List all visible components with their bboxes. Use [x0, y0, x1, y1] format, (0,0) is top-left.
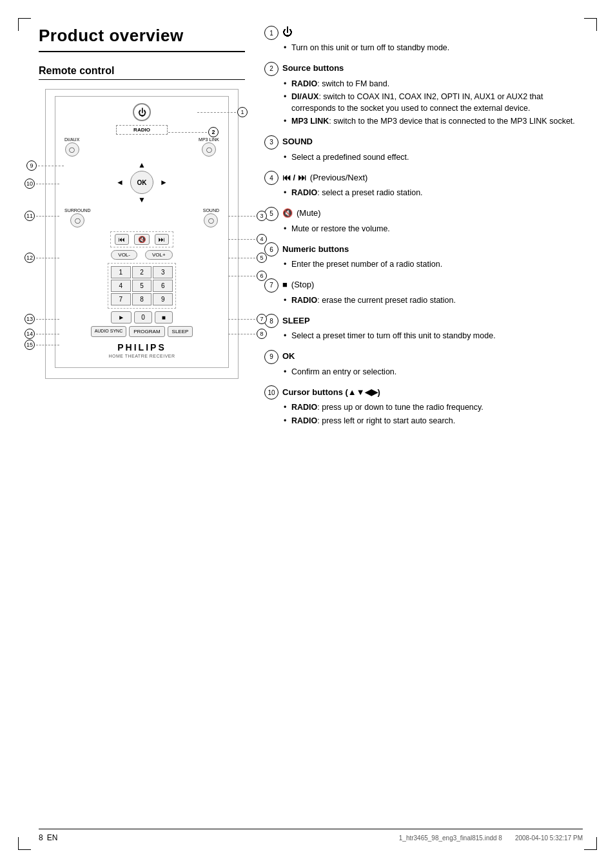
- callout-11-line: [36, 216, 59, 217]
- remote-inner-box: ⏻ 1 RADIO: [55, 96, 229, 368]
- diaux-label: DI/AUX: [64, 137, 79, 142]
- sound-button[interactable]: ◯: [204, 213, 218, 227]
- callout-5-line: [228, 258, 255, 258]
- callout-1-line: [197, 112, 236, 113]
- item-3-title: SOUND: [282, 137, 313, 146]
- nav-up-arrow[interactable]: ▲: [138, 160, 146, 169]
- power-row: ⏻ 1: [62, 103, 222, 121]
- mute-button[interactable]: 🔇: [134, 234, 150, 245]
- footer-page-num: 8: [39, 833, 43, 842]
- description-item-10: 10 Cursor buttons (▲▼◀▶) RADIO: press up…: [264, 385, 583, 427]
- radio-button-box: RADIO 2: [116, 125, 168, 135]
- callout-5-circle: 5: [257, 253, 267, 263]
- radio-label[interactable]: RADIO: [133, 127, 150, 133]
- vol-minus-button[interactable]: VOL-: [111, 250, 137, 260]
- left-column: Product overview Remote control ⏻: [39, 26, 258, 434]
- mp3link-button[interactable]: ◯: [202, 142, 216, 157]
- diaux-button-group: DI/AUX ◯: [64, 137, 79, 157]
- item-9-title: OK: [282, 351, 295, 361]
- item-10-bullets: RADIO: press up or down to tune the radi…: [264, 402, 583, 427]
- callout-11: 11: [24, 211, 59, 221]
- play-button[interactable]: ►: [111, 311, 132, 323]
- description-item-6: 6 Numeric buttons Enter the preset numbe…: [264, 242, 583, 271]
- num-3[interactable]: 3: [153, 266, 173, 278]
- item-5-title: (Mute): [297, 208, 321, 218]
- callout-4-line: [228, 239, 255, 240]
- callout-10-line: [36, 184, 59, 184]
- item-10-bullet-1: RADIO: press up or down to tune the radi…: [284, 402, 583, 414]
- item-3-num: 3: [264, 135, 278, 149]
- item-10-title: Cursor buttons (▲▼◀▶): [282, 387, 380, 397]
- item-4-num: 4: [264, 171, 278, 185]
- num-4[interactable]: 4: [111, 280, 131, 292]
- item-2-bullet-3: MP3 LINK: switch to the MP3 device that …: [284, 116, 583, 128]
- item-7-header: 7 ■ (Stop): [264, 278, 583, 293]
- num-2[interactable]: 2: [132, 266, 152, 278]
- callout-13-line: [36, 319, 59, 320]
- item-8-title: SLEEP: [282, 316, 310, 325]
- power-button[interactable]: ⏻: [133, 103, 151, 121]
- item-9-num: 9: [264, 350, 278, 364]
- callout-8-line: [228, 334, 255, 334]
- item-3-header: 3 SOUND: [264, 135, 583, 149]
- callout-2: 2: [168, 127, 219, 137]
- item-8-bullet-1: Select a preset timer to turn off this u…: [284, 331, 583, 342]
- nav-left-arrow[interactable]: ◄: [116, 178, 124, 187]
- prev-button[interactable]: ⏮: [115, 234, 129, 245]
- sleep-button[interactable]: SLEEP: [168, 326, 193, 337]
- callout-7-line: [228, 319, 255, 320]
- nav-right-arrow[interactable]: ►: [160, 178, 168, 187]
- audio-sync-button[interactable]: AUDIO SYNC: [91, 326, 127, 337]
- surround-label: SURROUND: [64, 208, 90, 213]
- right-column: 1 ⏻ Turn on this unit or turn off to sta…: [258, 26, 583, 434]
- nav-down-row: ▼: [62, 195, 222, 204]
- num-8[interactable]: 8: [132, 293, 152, 305]
- item-1-bullet-1: Turn on this unit or turn off to standby…: [284, 43, 583, 54]
- description-item-8: 8 SLEEP Select a preset timer to turn of…: [264, 314, 583, 342]
- item-6-bullets: Enter the preset number of a radio stati…: [264, 259, 583, 271]
- item-8-bullets: Select a preset timer to turn off this u…: [264, 331, 583, 342]
- vol-row: 12 VOL- VOL+ 5: [62, 250, 222, 260]
- item-5-bullets: Mute or restore the volume.: [264, 224, 583, 235]
- program-button[interactable]: PROGRAM: [129, 326, 164, 337]
- callout-15: 15: [24, 340, 59, 350]
- callout-10: 10: [24, 178, 59, 189]
- num-0-button[interactable]: 0: [134, 311, 152, 323]
- item-7-title: (Stop): [291, 280, 314, 289]
- num-1[interactable]: 1: [111, 266, 131, 278]
- footer-file: 1_htr3465_98_eng3_final815.indd 8: [399, 834, 502, 842]
- num-5[interactable]: 5: [132, 280, 152, 292]
- num-6[interactable]: 6: [153, 280, 173, 292]
- num-7[interactable]: 7: [111, 293, 131, 305]
- callout-4: 4: [228, 234, 267, 244]
- callout-5: 5: [228, 253, 267, 263]
- nav-up-row: ▲: [62, 160, 222, 169]
- num-9[interactable]: 9: [153, 293, 173, 305]
- description-item-3: 3 SOUND Select a predefined sound effect…: [264, 135, 583, 164]
- callout-3-circle: 3: [257, 211, 267, 221]
- diaux-button[interactable]: ◯: [65, 142, 79, 157]
- corner-mark-br-v: [596, 837, 597, 850]
- stop-symbol-icon: ■: [282, 280, 288, 289]
- item-9-bullet-1: Confirm an entry or selection.: [284, 367, 583, 378]
- callout-2-line: [168, 132, 207, 133]
- item-3-bullets: Select a predefined sound effect.: [264, 152, 583, 164]
- nav-down-arrow[interactable]: ▼: [138, 195, 146, 204]
- surround-button[interactable]: ◯: [70, 213, 84, 227]
- item-1-header: 1 ⏻: [264, 26, 583, 40]
- ok-button[interactable]: OK: [130, 171, 153, 194]
- mp3link-button-group: MP3 LINK ◯: [199, 137, 219, 157]
- callout-9-circle: 9: [26, 160, 37, 171]
- stop-button[interactable]: ■: [155, 311, 173, 323]
- item-9-bullets: Confirm an entry or selection.: [264, 367, 583, 378]
- callout-7-circle: 7: [257, 314, 267, 324]
- item-5-header: 5 🔇 (Mute): [264, 207, 583, 221]
- vol-plus-button[interactable]: VOL+: [145, 250, 173, 260]
- callout-3-line: [228, 216, 255, 217]
- next-button[interactable]: ⏭: [155, 234, 169, 245]
- callout-9-line: [38, 166, 64, 166]
- footer-date: 2008-04-10 5:32:17 PM: [515, 834, 583, 842]
- numeric-grid: 1 2 3 4 5 6 7 8 9: [108, 263, 176, 309]
- description-item-1: 1 ⏻ Turn on this unit or turn off to sta…: [264, 26, 583, 54]
- item-2-bullets: RADIO: switch to FM band. DI/AUX: switch…: [264, 79, 583, 128]
